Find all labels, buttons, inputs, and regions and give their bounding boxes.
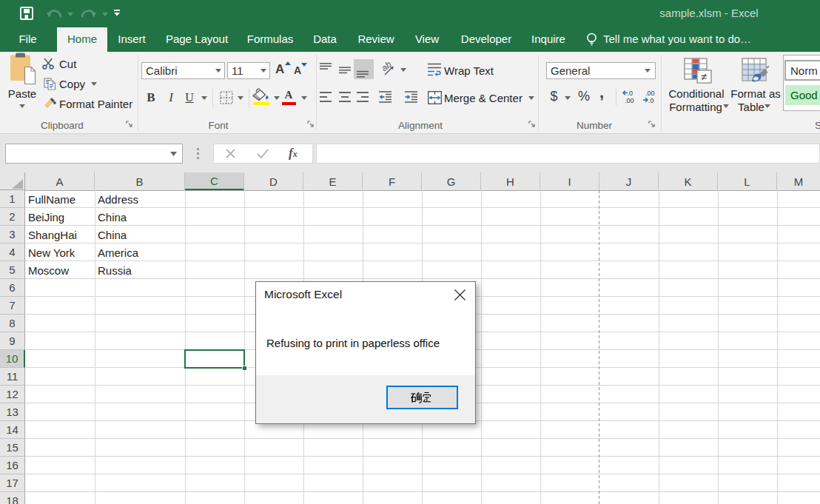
svg-text:.00: .00 [645,90,655,97]
svg-text:≠: ≠ [701,70,707,83]
svg-text:.0: .0 [628,90,634,97]
svg-text:.00: .00 [625,97,634,104]
svg-text:.0: .0 [648,97,654,104]
